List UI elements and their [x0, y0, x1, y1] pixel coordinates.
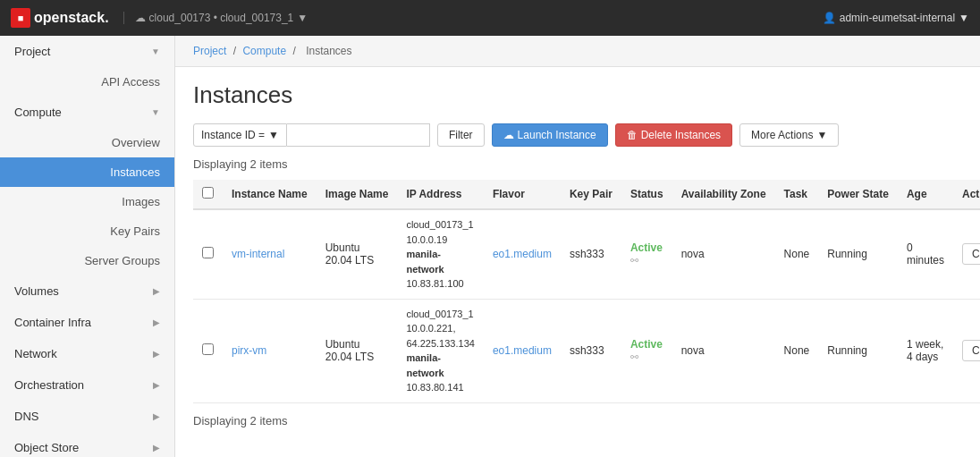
row2-checkbox-cell [193, 299, 223, 402]
row1-create-snapshot-button[interactable]: Create Snapshot [962, 243, 980, 265]
row1-image-name: Ubuntu 20.04 LTS [317, 209, 398, 299]
breadcrumb-current: Instances [306, 45, 351, 57]
filter-label: Instance ID = [201, 129, 265, 141]
row2-flavor-link[interactable]: eo1.medium [493, 344, 552, 357]
col-availability-zone: Availability Zone [672, 180, 775, 209]
filter-select[interactable]: Instance ID = ▼ [193, 123, 287, 147]
volumes-label: Volumes [14, 284, 59, 298]
breadcrumb-project[interactable]: Project [193, 45, 226, 57]
instances-table: Instance Name Image Name IP Address Flav… [193, 180, 980, 403]
sidebar-section-container-infra[interactable]: Container Infra ▶ [0, 307, 174, 338]
project-label: Project [14, 45, 50, 58]
object-store-chevron: ▶ [153, 443, 160, 453]
launch-instance-button[interactable]: ☁ Launch Instance [492, 123, 608, 147]
row1-checkbox-cell [193, 209, 223, 299]
row1-status-badge: Active [630, 241, 663, 254]
select-all-checkbox[interactable] [202, 187, 214, 199]
breadcrumb: Project / Compute / Instances [175, 36, 980, 67]
sidebar-section-orchestration[interactable]: Orchestration ▶ [0, 369, 174, 401]
row2-flavor: eo1.medium [484, 299, 561, 402]
row1-instance-name: vm-internal [223, 209, 317, 299]
row2-instance-name: pirx-vm [223, 299, 317, 402]
row1-ip-details: cloud_00173_1 10.0.0.19 manila-network 1… [406, 217, 474, 292]
col-instance-name: Instance Name [223, 180, 317, 209]
sidebar-item-overview[interactable]: Overview [0, 128, 174, 157]
object-store-label: Object Store [14, 441, 79, 454]
page-title: Instances [193, 81, 962, 109]
row1-status: Active ⚯ [621, 209, 672, 299]
sidebar-section-dns[interactable]: DNS ▶ [0, 401, 174, 432]
col-ip-address: IP Address [397, 180, 483, 209]
volumes-chevron: ▶ [153, 286, 160, 296]
sidebar-item-api-access[interactable]: API Access [0, 67, 174, 97]
row2-ip-network: manila-network [406, 352, 444, 378]
display-count-top: Displaying 2 items [193, 157, 962, 171]
launch-icon: ☁ [503, 129, 514, 141]
breadcrumb-compute[interactable]: Compute [242, 45, 286, 57]
cloud-chevron: ▼ [297, 12, 308, 24]
row2-status-icon: ⚯ [630, 351, 638, 362]
sidebar-section-network[interactable]: Network ▶ [0, 338, 174, 369]
sidebar-item-key-pairs[interactable]: Key Pairs [0, 216, 174, 246]
brand: ■ openstack. [11, 8, 109, 28]
row2-ip-details: cloud_00173_1 10.0.0.221, 64.225.133.134… [406, 307, 474, 395]
row2-instance-link[interactable]: pirx-vm [232, 344, 266, 357]
filter-group: Instance ID = ▼ [193, 123, 430, 147]
row1-flavor-link[interactable]: eo1.medium [493, 248, 552, 260]
toolbar: Instance ID = ▼ Filter ☁ Launch Instance… [193, 123, 962, 147]
col-image-name: Image Name [317, 180, 398, 209]
row2-ip1: cloud_00173_1 [406, 309, 473, 319]
table-row: pirx-vm Ubuntu 20.04 LTS cloud_00173_1 1… [193, 299, 980, 402]
logo-icon: ■ [11, 8, 30, 28]
col-task: Task [775, 180, 819, 209]
sidebar-item-images[interactable]: Images [0, 187, 174, 216]
row2-create-snapshot-button[interactable]: Create Snapshot [962, 340, 980, 361]
row1-flavor: eo1.medium [484, 209, 561, 299]
row2-task: None [775, 299, 819, 402]
sidebar-section-compute[interactable]: Compute ▼ [0, 97, 174, 128]
col-flavor: Flavor [484, 180, 561, 209]
user-menu[interactable]: 👤 admin-eumetsat-internal ▼ [823, 12, 969, 24]
network-chevron: ▶ [153, 349, 160, 359]
filter-input[interactable] [287, 123, 430, 147]
table-header-row: Instance Name Image Name IP Address Flav… [193, 180, 980, 209]
row1-checkbox[interactable] [202, 247, 214, 258]
breadcrumb-sep1: / [233, 45, 236, 57]
row2-status-badge: Active [630, 338, 663, 351]
row2-power-state: Running [818, 299, 898, 402]
more-actions-button[interactable]: More Actions ▼ [739, 123, 839, 147]
cloud-info: ☁ cloud_00173 • cloud_00173_1 ▼ [123, 12, 308, 24]
row2-ip-address: cloud_00173_1 10.0.0.221, 64.225.133.134… [397, 299, 483, 402]
row1-actions: Create Snapshot ▼ [953, 209, 980, 299]
user-chevron: ▼ [959, 12, 969, 24]
row1-key-pair: ssh333 [561, 209, 621, 299]
delete-icon: 🗑 [627, 129, 638, 141]
filter-button[interactable]: Filter [437, 123, 485, 147]
logo-text: openstack. [34, 10, 109, 26]
row2-az: nova [672, 299, 775, 402]
user-icon: 👤 [823, 12, 836, 24]
row1-instance-link[interactable]: vm-internal [232, 248, 284, 260]
compute-chevron: ▼ [151, 107, 160, 117]
content-body: Instances Instance ID = ▼ Filter ☁ Launc… [175, 67, 980, 451]
row1-ip-address: cloud_00173_1 10.0.0.19 manila-network 1… [397, 209, 483, 299]
content-area: Project / Compute / Instances Instances … [175, 36, 980, 457]
delete-instances-button[interactable]: 🗑 Delete Instances [615, 123, 732, 147]
row2-ip4: 10.83.80.141 [406, 382, 463, 393]
sidebar-section-volumes[interactable]: Volumes ▶ [0, 275, 174, 307]
network-label: Network [14, 347, 57, 360]
sidebar-section-project[interactable]: Project ▼ [0, 36, 174, 67]
row2-checkbox[interactable] [202, 343, 214, 355]
table-row: vm-internal Ubuntu 20.04 LTS cloud_00173… [193, 209, 980, 299]
col-power-state: Power State [818, 180, 898, 209]
dns-chevron: ▶ [153, 411, 160, 421]
sidebar-item-server-groups[interactable]: Server Groups [0, 246, 174, 275]
sidebar-item-instances[interactable]: Instances [0, 157, 174, 187]
select-all-header [193, 180, 223, 209]
row1-ip-network: manila-network [406, 249, 444, 275]
sidebar-section-object-store[interactable]: Object Store ▶ [0, 432, 174, 457]
dns-label: DNS [14, 410, 38, 423]
cloud-icon: ☁ [135, 12, 146, 24]
container-infra-label: Container Infra [14, 316, 91, 329]
cloud-text: cloud_00173 • cloud_00173_1 [149, 12, 294, 24]
